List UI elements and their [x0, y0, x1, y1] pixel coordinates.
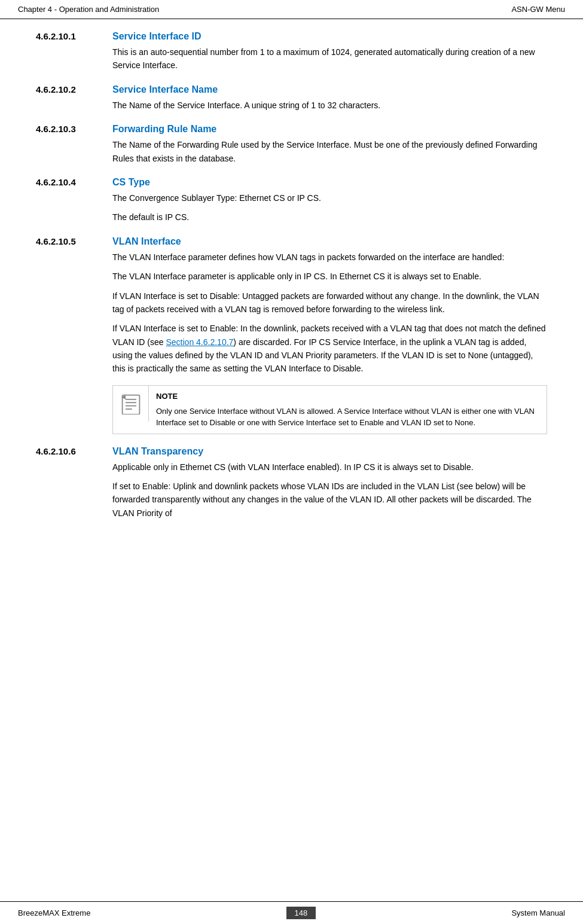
- section-4-6-2-10-1: 4.6.2.10.1 Service Interface ID This is …: [36, 31, 547, 72]
- page-footer: BreezeMAX Extreme 148 System Manual: [0, 901, 583, 924]
- section-title-3: Forwarding Rule Name: [112, 124, 216, 135]
- section-4-6-2-10-5: 4.6.2.10.5 VLAN Interface The VLAN Inter…: [36, 236, 547, 434]
- note-box-5: NOTE Only one Service Interface without …: [112, 385, 547, 434]
- section-para-4-2: The default is IP CS.: [112, 211, 547, 224]
- section-para-5-1: The VLAN Interface parameter defines how…: [112, 251, 547, 264]
- section-heading-4: 4.6.2.10.4 CS Type: [36, 177, 547, 188]
- section-heading-3: 4.6.2.10.3 Forwarding Rule Name: [36, 124, 547, 135]
- section-para-5-3: If VLAN Interface is set to Disable: Unt…: [112, 289, 547, 316]
- section-heading-6: 4.6.2.10.6 VLAN Transparency: [36, 446, 547, 457]
- section-number-6: 4.6.2.10.6: [36, 446, 108, 456]
- section-number-3: 4.6.2.10.3: [36, 124, 108, 134]
- footer-left: BreezeMAX Extreme: [18, 908, 90, 917]
- section-body-3: The Name of the Forwarding Rule used by …: [112, 138, 547, 165]
- section-title-2: Service Interface Name: [112, 84, 218, 95]
- section-number-4: 4.6.2.10.4: [36, 177, 108, 187]
- section-body-4: The Convergence Sublayer Type: Ethernet …: [112, 191, 547, 224]
- section-para-2-1: The Name of the Service Interface. A uni…: [112, 99, 547, 112]
- page-header: Chapter 4 - Operation and Administration…: [0, 0, 583, 19]
- section-para-5-4: If VLAN Interface is set to Enable: In t…: [112, 322, 547, 376]
- note-label-5: NOTE: [156, 391, 539, 403]
- footer-center: 148: [286, 907, 316, 919]
- section-heading-5: 4.6.2.10.5 VLAN Interface: [36, 236, 547, 247]
- section-para-1-1: This is an auto-sequential number from 1…: [112, 45, 547, 72]
- section-para-4-1: The Convergence Sublayer Type: Ethernet …: [112, 191, 547, 205]
- section-4-6-2-10-4: 4.6.2.10.4 CS Type The Convergence Subla…: [36, 177, 547, 224]
- header-right: ASN-GW Menu: [511, 5, 565, 14]
- section-para-3-1: The Name of the Forwarding Rule used by …: [112, 138, 547, 165]
- section-4-6-2-10-6: 4.6.2.10.6 VLAN Transparency Applicable …: [36, 446, 547, 520]
- section-number-2: 4.6.2.10.2: [36, 84, 108, 94]
- section-body-1: This is an auto-sequential number from 1…: [112, 45, 547, 72]
- section-link-5[interactable]: Section 4.6.2.10.7: [166, 337, 233, 347]
- section-title-5: VLAN Interface: [112, 236, 181, 247]
- section-4-6-2-10-3: 4.6.2.10.3 Forwarding Rule Name The Name…: [36, 124, 547, 165]
- section-title-4: CS Type: [112, 177, 150, 188]
- header-left: Chapter 4 - Operation and Administration: [18, 5, 159, 14]
- section-para-6-2: If set to Enable: Uplink and downlink pa…: [112, 480, 547, 520]
- section-body-5: The VLAN Interface parameter defines how…: [112, 251, 547, 434]
- note-content-5: NOTE Only one Service Interface without …: [149, 386, 547, 434]
- note-icon-5: [113, 386, 149, 422]
- section-number-1: 4.6.2.10.1: [36, 31, 108, 41]
- section-body-2: The Name of the Service Interface. A uni…: [112, 99, 547, 112]
- section-number-5: 4.6.2.10.5: [36, 236, 108, 246]
- section-title-6: VLAN Transparency: [112, 446, 203, 457]
- section-heading-2: 4.6.2.10.2 Service Interface Name: [36, 84, 547, 95]
- section-heading-1: 4.6.2.10.1 Service Interface ID: [36, 31, 547, 42]
- section-para-6-1: Applicable only in Ethernet CS (with VLA…: [112, 461, 547, 474]
- section-title-1: Service Interface ID: [112, 31, 202, 42]
- page-content: 4.6.2.10.1 Service Interface ID This is …: [0, 19, 583, 580]
- section-body-6: Applicable only in Ethernet CS (with VLA…: [112, 461, 547, 520]
- section-4-6-2-10-2: 4.6.2.10.2 Service Interface Name The Na…: [36, 84, 547, 112]
- footer-right: System Manual: [511, 908, 565, 917]
- note-text-5: Only one Service Interface without VLAN …: [156, 405, 539, 429]
- section-para-5-2: The VLAN Interface parameter is applicab…: [112, 270, 547, 283]
